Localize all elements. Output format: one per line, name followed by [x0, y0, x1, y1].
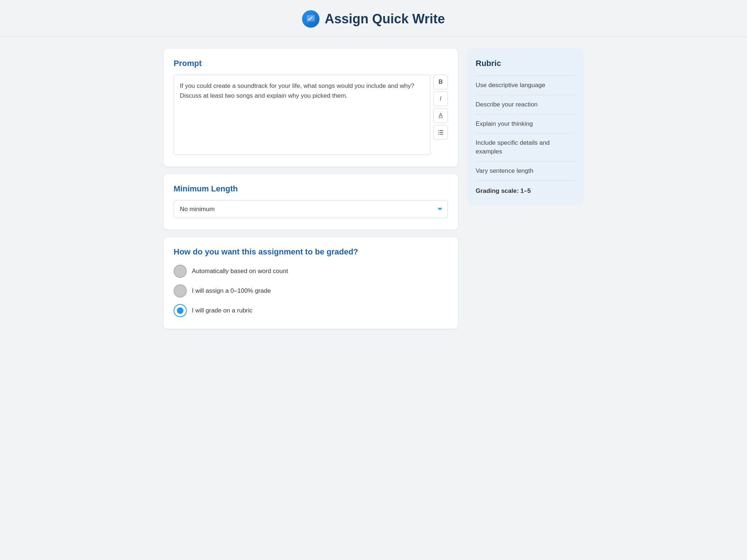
svg-rect-4 [438, 134, 439, 135]
radio-dot-rubric [177, 307, 183, 314]
radio-label-rubric: I will grade on a rubric [192, 307, 252, 314]
select-wrapper: No minimum 50 words 100 words 150 words … [174, 200, 448, 218]
svg-rect-3 [440, 132, 443, 133]
radio-item-word-count[interactable]: Automatically based on word count [174, 265, 448, 278]
radio-item-rubric[interactable]: I will grade on a rubric [174, 304, 448, 317]
minimum-length-card: Minimum Length No minimum 50 words 100 w… [163, 174, 458, 230]
italic-button[interactable]: I [433, 92, 448, 106]
prompt-title: Prompt [174, 59, 448, 68]
main-content: Prompt If you could create a soundtrack … [155, 48, 592, 343]
svg-rect-5 [440, 134, 443, 135]
rubric-item-4: Vary sentence length [476, 162, 575, 181]
bold-button[interactable]: B [433, 75, 448, 89]
svg-rect-0 [438, 130, 439, 131]
rubric-item-3: Include specific details and examples [476, 133, 575, 162]
rubric-items-list: Use descriptive language Describe your r… [476, 75, 575, 181]
left-column: Prompt If you could create a soundtrack … [163, 48, 458, 329]
rubric-item-2: Explain your thinking [476, 114, 575, 134]
page-title: Assign Quick Write [325, 11, 445, 27]
formatting-toolbar: B I A [433, 75, 448, 140]
radio-circle-word-count [174, 265, 187, 278]
prompt-textarea[interactable]: If you could create a soundtrack for you… [174, 75, 430, 155]
grading-radio-group: Automatically based on word count I will… [174, 265, 448, 317]
quick-write-icon [302, 10, 320, 28]
rubric-panel-inner: Rubric Use descriptive language Describe… [467, 48, 584, 205]
svg-rect-1 [440, 130, 443, 131]
rubric-title: Rubric [476, 59, 575, 68]
minimum-length-title: Minimum Length [174, 184, 448, 194]
grading-card: How do you want this assignment to be gr… [163, 237, 458, 329]
rubric-grading-scale: Grading scale: 1–5 [476, 181, 575, 195]
radio-label-percent: I will assign a 0–100% grade [192, 287, 271, 295]
radio-label-word-count: Automatically based on word count [192, 268, 288, 275]
radio-circle-percent [174, 284, 187, 298]
page-header: Assign Quick Write [0, 0, 747, 37]
rubric-panel: Rubric Use descriptive language Describe… [467, 48, 584, 205]
minimum-length-select[interactable]: No minimum 50 words 100 words 150 words … [174, 200, 448, 218]
grading-title: How do you want this assignment to be gr… [174, 247, 448, 257]
font-color-button[interactable]: A [433, 108, 448, 123]
list-button[interactable] [433, 125, 448, 140]
radio-circle-rubric [174, 304, 187, 317]
prompt-card: Prompt If you could create a soundtrack … [163, 48, 458, 167]
svg-rect-2 [438, 132, 439, 133]
radio-item-percent[interactable]: I will assign a 0–100% grade [174, 284, 448, 298]
prompt-area-wrapper: If you could create a soundtrack for you… [174, 75, 448, 155]
rubric-item-1: Describe your reaction [476, 95, 575, 114]
rubric-item-0: Use descriptive language [476, 75, 575, 95]
